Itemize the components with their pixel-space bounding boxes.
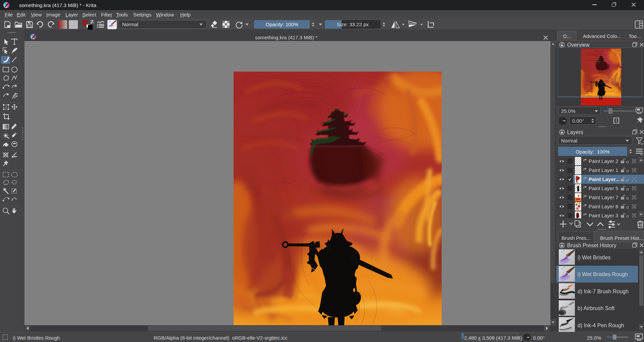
- svg-text:α: α: [626, 159, 629, 164]
